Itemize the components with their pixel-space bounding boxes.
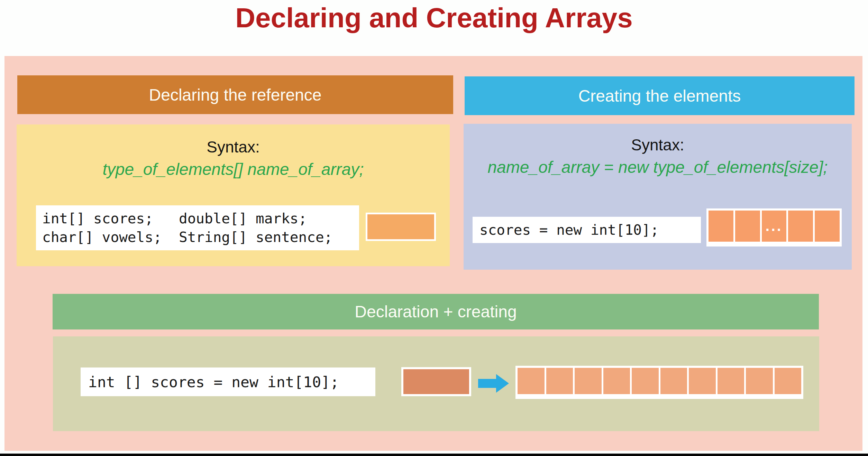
combined-code-line: int [] scores = new int[10];	[88, 373, 375, 391]
array-cell	[775, 368, 802, 394]
array-cell	[603, 368, 630, 394]
section-header-declaring: Declaring the reference	[17, 75, 453, 114]
array-cells-diagram: ...	[706, 208, 842, 246]
declaring-code-box: int[] scores; double[] marks; char[] vow…	[36, 205, 359, 250]
slide: Declaring and Creating Arrays Declaring …	[0, 0, 868, 456]
arrow-head	[496, 374, 509, 393]
reference-variable-rect	[366, 213, 436, 241]
array-cell	[575, 368, 602, 394]
combined-code-box: int [] scores = new int[10];	[81, 367, 375, 396]
array-cell: ...	[762, 211, 787, 242]
section-header-combined: Declaration + creating	[53, 294, 819, 329]
right-arrow-icon	[478, 374, 509, 393]
combined-reference-rect	[401, 367, 471, 396]
array-cell	[632, 368, 659, 394]
array-cell	[788, 211, 813, 242]
array-cell	[546, 368, 573, 394]
array-cell	[746, 368, 773, 394]
declaring-syntax-line: type_of_elements[] name_of_array;	[17, 160, 450, 179]
creating-section-body: Syntax: name_of_array = new type_of_elem…	[464, 124, 852, 270]
declaring-code-line-2: char[] vowels; String[] sentence;	[42, 228, 359, 246]
declaring-syntax-label: Syntax:	[17, 138, 450, 156]
array-cell	[718, 368, 744, 394]
array-cell	[815, 211, 840, 242]
section-header-creating: Creating the elements	[465, 76, 855, 115]
declaring-code-line-1: int[] scores; double[] marks;	[42, 209, 359, 228]
array-cell	[709, 211, 733, 242]
combined-array-diagram	[515, 366, 803, 399]
page-title: Declaring and Creating Arrays	[0, 2, 868, 34]
creating-code-box: scores = new int[10];	[473, 217, 701, 243]
arrow-bar	[478, 379, 497, 388]
creating-syntax-line: name_of_array = new type_of_elements[siz…	[464, 158, 852, 177]
creating-code-line: scores = new int[10];	[479, 222, 701, 238]
array-cell	[735, 211, 760, 242]
array-cell	[660, 368, 687, 394]
bottom-bar	[0, 454, 868, 456]
array-cell	[689, 368, 716, 394]
creating-syntax-label: Syntax:	[464, 136, 852, 154]
array-cell	[518, 368, 545, 394]
